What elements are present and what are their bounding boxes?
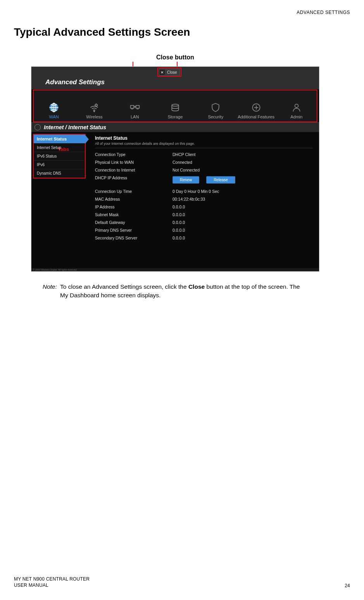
svg-point-2	[94, 111, 95, 112]
value-physical-link: Connected	[173, 160, 192, 165]
svg-rect-4	[130, 106, 134, 108]
value-dns1: 0.0.0.0	[173, 228, 185, 232]
category-security[interactable]: Security	[195, 90, 236, 121]
value-ip: 0.0.0.0	[173, 205, 185, 209]
category-wan[interactable]: WAN	[34, 90, 74, 121]
category-label: Security	[208, 114, 223, 119]
tabs-highlight: Tabs Internet Status Internet Setup IPv6…	[33, 134, 86, 179]
content-heading: Internet Status	[95, 135, 313, 141]
category-lan[interactable]: LAN	[115, 90, 155, 121]
label-connection-type: Connection Type	[95, 152, 173, 157]
category-admin[interactable]: Admin	[276, 90, 317, 121]
category-additional[interactable]: Additional Features	[236, 90, 276, 121]
tab-internet-setup[interactable]: Internet Setup	[34, 144, 85, 152]
close-icon: ✕	[159, 69, 165, 75]
value-connection-type: DHCP Client	[173, 152, 195, 157]
category-label: Additional Features	[238, 114, 274, 119]
breadcrumb: Internet / Internet Status	[44, 124, 106, 130]
value-subnet: 0.0.0.0	[173, 212, 185, 217]
category-label: Admin	[290, 114, 302, 119]
footer-product: MY NET N900 CENTRAL ROUTER	[14, 576, 90, 582]
lan-icon	[129, 102, 140, 113]
close-label: Close	[167, 70, 177, 75]
content-description: All of your Internet connection details …	[95, 142, 313, 148]
window-title: Advanced Settings	[31, 76, 319, 90]
tab-internet-status[interactable]: Internet Status	[34, 135, 85, 144]
category-wireless[interactable]: Wireless	[74, 90, 114, 121]
page-number: 24	[345, 583, 350, 588]
label-dhcp-ip: DHCP IP Address	[95, 175, 173, 186]
wifi-icon	[89, 102, 100, 113]
label-ip: IP Address	[95, 205, 173, 209]
breadcrumb-icon	[35, 124, 41, 130]
globe-icon	[48, 102, 59, 113]
svg-rect-5	[136, 106, 139, 108]
label-dns2: Secondary DNS Server	[95, 236, 173, 240]
screenshot-frame: ✕ Close Advanced Settings WAN	[31, 66, 319, 272]
label-physical-link: Physical Link to WAN	[95, 160, 173, 165]
footer: MY NET N900 CENTRAL ROUTER USER MANUAL 2…	[14, 576, 350, 588]
renew-button[interactable]: Renew	[173, 176, 199, 184]
label-mac: MAC Address	[95, 197, 173, 201]
category-label: Storage	[168, 114, 183, 119]
footer-manual: USER MANUAL	[14, 582, 90, 588]
category-storage[interactable]: Storage	[155, 90, 195, 121]
label-gateway: Default Gateway	[95, 220, 173, 225]
close-button[interactable]: ✕ Close	[159, 69, 180, 76]
tab-dynamic-dns[interactable]: Dynamic DNS	[34, 169, 85, 178]
label-uptime: Connection Up Time	[95, 189, 173, 194]
value-dns2: 0.0.0.0	[173, 236, 185, 240]
value-gateway: 0.0.0.0	[173, 220, 185, 225]
value-mac: 00:14:22:4b:0c:33	[173, 197, 205, 201]
note: Note: To close an Advanced Settings scre…	[43, 283, 306, 299]
note-label: Note:	[43, 283, 57, 299]
category-label: Wireless	[86, 114, 102, 119]
svg-point-8	[295, 104, 298, 108]
shield-icon	[210, 102, 221, 113]
value-connection-internet: Not Connected	[173, 168, 200, 172]
plus-icon	[251, 102, 262, 113]
note-text: To close an Advanced Settings screen, cl…	[60, 283, 306, 299]
value-uptime: 0 Day 0 Hour 0 Min 0 Sec	[173, 189, 219, 194]
svg-point-6	[172, 104, 179, 106]
tab-ipv6-status[interactable]: IPv6 Status	[34, 152, 85, 161]
category-label: LAN	[131, 114, 139, 119]
content-pane: Internet Status All of your Internet con…	[86, 132, 319, 268]
categories-highlight: WAN Wireless LAN	[33, 90, 317, 122]
label-dns1: Primary DNS Server	[95, 228, 173, 232]
categories-row: WAN Wireless LAN	[34, 90, 317, 121]
running-header: ADVANCED SETTINGS	[14, 10, 350, 15]
tab-ipv6[interactable]: IPv6	[34, 161, 85, 169]
storage-icon	[170, 102, 181, 113]
tabs-list: Internet Status Internet Setup IPv6 Stat…	[34, 135, 85, 178]
admin-icon	[291, 102, 302, 113]
close-highlight: ✕ Close	[157, 68, 181, 77]
callout-close: Close button	[156, 54, 194, 61]
label-subnet: Subnet Mask	[95, 212, 173, 217]
label-connection-internet: Connection to Internet	[95, 168, 173, 172]
copyright: © 2012 Western Digital. All rights reser…	[31, 268, 319, 271]
category-label: WAN	[49, 114, 59, 119]
svg-point-3	[95, 104, 97, 106]
release-button[interactable]: Release	[206, 176, 235, 184]
page-title: Typical Advanced Settings Screen	[14, 26, 350, 38]
